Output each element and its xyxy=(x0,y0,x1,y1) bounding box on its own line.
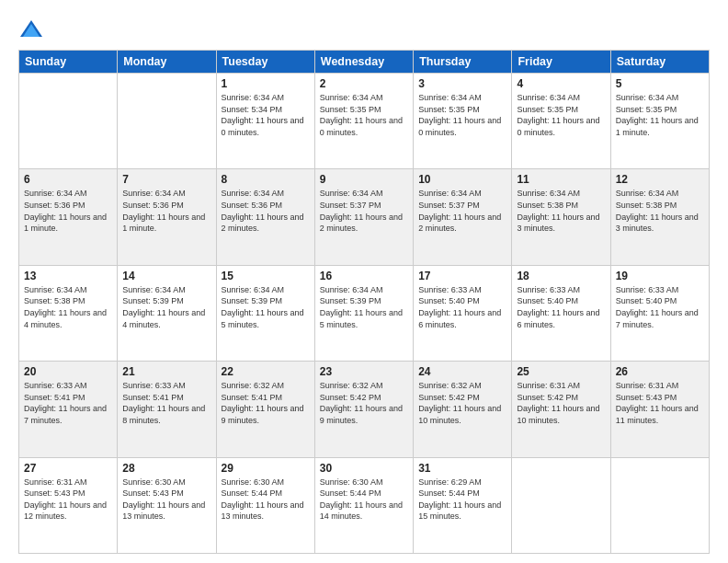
day-number: 24 xyxy=(418,365,506,378)
day-detail: Sunrise: 6:34 AM Sunset: 5:36 PM Dayligh… xyxy=(122,188,210,234)
calendar-col-header: Wednesday xyxy=(314,51,413,74)
day-number: 27 xyxy=(24,462,112,475)
calendar-cell: 17Sunrise: 6:33 AM Sunset: 5:40 PM Dayli… xyxy=(414,265,512,361)
calendar-cell: 1Sunrise: 6:34 AM Sunset: 5:34 PM Daylig… xyxy=(216,74,314,169)
day-number: 20 xyxy=(24,365,112,378)
calendar-cell xyxy=(512,457,610,553)
day-number: 1 xyxy=(222,77,310,90)
day-detail: Sunrise: 6:31 AM Sunset: 5:43 PM Dayligh… xyxy=(24,477,112,523)
calendar-col-header: Friday xyxy=(512,51,610,74)
day-number: 12 xyxy=(616,173,704,186)
day-detail: Sunrise: 6:30 AM Sunset: 5:44 PM Dayligh… xyxy=(222,477,310,523)
calendar-cell: 5Sunrise: 6:34 AM Sunset: 5:35 PM Daylig… xyxy=(610,74,709,169)
calendar-cell: 27Sunrise: 6:31 AM Sunset: 5:43 PM Dayli… xyxy=(19,457,118,553)
day-detail: Sunrise: 6:33 AM Sunset: 5:41 PM Dayligh… xyxy=(122,380,210,426)
day-number: 25 xyxy=(517,365,605,378)
day-detail: Sunrise: 6:31 AM Sunset: 5:42 PM Dayligh… xyxy=(517,380,605,426)
day-number: 29 xyxy=(222,462,310,475)
day-detail: Sunrise: 6:33 AM Sunset: 5:40 PM Dayligh… xyxy=(517,284,605,330)
calendar-col-header: Tuesday xyxy=(216,51,314,74)
day-detail: Sunrise: 6:29 AM Sunset: 5:44 PM Dayligh… xyxy=(418,477,506,523)
day-detail: Sunrise: 6:34 AM Sunset: 5:35 PM Dayligh… xyxy=(418,92,506,138)
day-number: 10 xyxy=(418,173,506,186)
day-number: 2 xyxy=(320,77,408,90)
day-detail: Sunrise: 6:32 AM Sunset: 5:41 PM Dayligh… xyxy=(222,380,310,426)
day-detail: Sunrise: 6:34 AM Sunset: 5:35 PM Dayligh… xyxy=(616,92,704,138)
day-detail: Sunrise: 6:34 AM Sunset: 5:39 PM Dayligh… xyxy=(320,284,408,330)
calendar-week-row: 6Sunrise: 6:34 AM Sunset: 5:36 PM Daylig… xyxy=(19,169,710,265)
day-detail: Sunrise: 6:34 AM Sunset: 5:34 PM Dayligh… xyxy=(222,92,310,138)
day-detail: Sunrise: 6:34 AM Sunset: 5:39 PM Dayligh… xyxy=(122,284,210,330)
calendar-cell: 26Sunrise: 6:31 AM Sunset: 5:43 PM Dayli… xyxy=(610,362,709,457)
calendar-cell: 12Sunrise: 6:34 AM Sunset: 5:38 PM Dayli… xyxy=(610,169,709,265)
day-detail: Sunrise: 6:34 AM Sunset: 5:35 PM Dayligh… xyxy=(320,92,408,138)
calendar-cell: 15Sunrise: 6:34 AM Sunset: 5:39 PM Dayli… xyxy=(216,265,314,361)
day-detail: Sunrise: 6:34 AM Sunset: 5:37 PM Dayligh… xyxy=(320,188,408,234)
day-detail: Sunrise: 6:34 AM Sunset: 5:37 PM Dayligh… xyxy=(418,188,506,234)
day-number: 15 xyxy=(222,270,310,282)
calendar-cell: 13Sunrise: 6:34 AM Sunset: 5:38 PM Dayli… xyxy=(19,265,118,361)
calendar-cell xyxy=(19,74,118,169)
calendar-table: SundayMondayTuesdayWednesdayThursdayFrid… xyxy=(18,50,710,554)
day-number: 9 xyxy=(320,173,408,186)
day-number: 26 xyxy=(616,365,704,378)
calendar-cell: 4Sunrise: 6:34 AM Sunset: 5:35 PM Daylig… xyxy=(512,74,610,169)
calendar-week-row: 27Sunrise: 6:31 AM Sunset: 5:43 PM Dayli… xyxy=(19,457,710,553)
day-number: 28 xyxy=(122,462,210,475)
logo xyxy=(18,17,48,42)
calendar-cell: 30Sunrise: 6:30 AM Sunset: 5:44 PM Dayli… xyxy=(314,457,413,553)
day-number: 4 xyxy=(517,77,605,90)
day-detail: Sunrise: 6:34 AM Sunset: 5:38 PM Dayligh… xyxy=(24,284,112,330)
day-detail: Sunrise: 6:33 AM Sunset: 5:40 PM Dayligh… xyxy=(418,284,506,330)
day-number: 31 xyxy=(418,462,506,475)
calendar-cell: 8Sunrise: 6:34 AM Sunset: 5:36 PM Daylig… xyxy=(216,169,314,265)
day-number: 18 xyxy=(517,270,605,282)
day-number: 5 xyxy=(616,77,704,90)
day-detail: Sunrise: 6:32 AM Sunset: 5:42 PM Dayligh… xyxy=(320,380,408,426)
calendar-cell: 3Sunrise: 6:34 AM Sunset: 5:35 PM Daylig… xyxy=(414,74,512,169)
day-detail: Sunrise: 6:30 AM Sunset: 5:44 PM Dayligh… xyxy=(320,477,408,523)
day-number: 23 xyxy=(320,365,408,378)
day-detail: Sunrise: 6:33 AM Sunset: 5:41 PM Dayligh… xyxy=(24,380,112,426)
calendar-week-row: 13Sunrise: 6:34 AM Sunset: 5:38 PM Dayli… xyxy=(19,265,710,361)
calendar-cell: 21Sunrise: 6:33 AM Sunset: 5:41 PM Dayli… xyxy=(118,362,216,457)
day-number: 30 xyxy=(320,462,408,475)
calendar-col-header: Sunday xyxy=(19,51,118,74)
day-detail: Sunrise: 6:33 AM Sunset: 5:40 PM Dayligh… xyxy=(616,284,704,330)
calendar-cell: 31Sunrise: 6:29 AM Sunset: 5:44 PM Dayli… xyxy=(414,457,512,553)
calendar-cell: 25Sunrise: 6:31 AM Sunset: 5:42 PM Dayli… xyxy=(512,362,610,457)
day-number: 3 xyxy=(418,77,506,90)
day-number: 11 xyxy=(517,173,605,186)
calendar-week-row: 1Sunrise: 6:34 AM Sunset: 5:34 PM Daylig… xyxy=(19,74,710,169)
day-number: 8 xyxy=(222,173,310,186)
calendar-cell: 24Sunrise: 6:32 AM Sunset: 5:42 PM Dayli… xyxy=(414,362,512,457)
calendar-cell xyxy=(118,74,216,169)
day-detail: Sunrise: 6:34 AM Sunset: 5:38 PM Dayligh… xyxy=(616,188,704,234)
day-number: 17 xyxy=(418,270,506,282)
calendar-cell: 9Sunrise: 6:34 AM Sunset: 5:37 PM Daylig… xyxy=(314,169,413,265)
calendar-header-row: SundayMondayTuesdayWednesdayThursdayFrid… xyxy=(19,51,710,74)
header xyxy=(18,17,710,42)
calendar-col-header: Monday xyxy=(118,51,216,74)
logo-icon xyxy=(18,17,44,42)
calendar-col-header: Saturday xyxy=(610,51,709,74)
day-number: 14 xyxy=(122,270,210,282)
day-number: 22 xyxy=(222,365,310,378)
calendar-cell xyxy=(610,457,709,553)
day-detail: Sunrise: 6:34 AM Sunset: 5:36 PM Dayligh… xyxy=(222,188,310,234)
calendar-cell: 19Sunrise: 6:33 AM Sunset: 5:40 PM Dayli… xyxy=(610,265,709,361)
day-number: 16 xyxy=(320,270,408,282)
day-detail: Sunrise: 6:31 AM Sunset: 5:43 PM Dayligh… xyxy=(616,380,704,426)
calendar-cell: 28Sunrise: 6:30 AM Sunset: 5:43 PM Dayli… xyxy=(118,457,216,553)
day-detail: Sunrise: 6:32 AM Sunset: 5:42 PM Dayligh… xyxy=(418,380,506,426)
calendar-cell: 11Sunrise: 6:34 AM Sunset: 5:38 PM Dayli… xyxy=(512,169,610,265)
day-number: 13 xyxy=(24,270,112,282)
calendar-cell: 6Sunrise: 6:34 AM Sunset: 5:36 PM Daylig… xyxy=(19,169,118,265)
calendar-cell: 16Sunrise: 6:34 AM Sunset: 5:39 PM Dayli… xyxy=(314,265,413,361)
calendar-col-header: Thursday xyxy=(414,51,512,74)
calendar-cell: 14Sunrise: 6:34 AM Sunset: 5:39 PM Dayli… xyxy=(118,265,216,361)
day-detail: Sunrise: 6:30 AM Sunset: 5:43 PM Dayligh… xyxy=(122,477,210,523)
day-number: 7 xyxy=(122,173,210,186)
day-number: 21 xyxy=(122,365,210,378)
day-detail: Sunrise: 6:34 AM Sunset: 5:39 PM Dayligh… xyxy=(222,284,310,330)
